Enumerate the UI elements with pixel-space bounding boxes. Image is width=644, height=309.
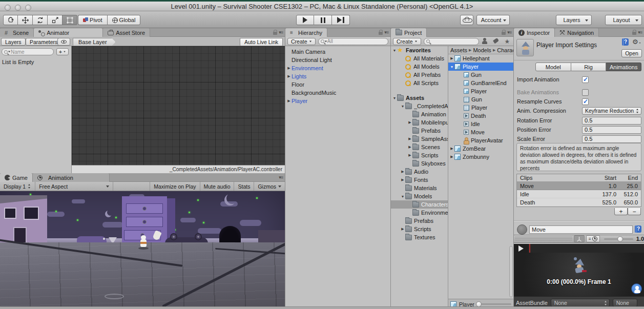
account-dropdown[interactable]: Account [476,15,510,25]
project-tree-item[interactable]: Scenes [391,143,448,151]
tab-rig[interactable]: Rig [571,63,607,71]
help-book-icon[interactable] [635,225,641,233]
project-tree-item[interactable]: Favorites [391,46,448,54]
project-tree-item[interactable]: Prefabs [391,217,448,225]
create-button[interactable]: Create [287,38,316,45]
clip-name-field[interactable]: Move [529,225,633,234]
project-scrollbar[interactable] [509,246,513,297]
layers-search-input[interactable] [11,49,51,55]
hierarchy-item[interactable]: Player [285,97,390,105]
clip-row[interactable]: Move 1.0 25.0 [517,182,641,190]
hierarchy-search-field[interactable] [318,38,388,45]
panel-menu-icon[interactable]: ▾≡ [279,175,283,180]
hierarchy-item[interactable]: Main Camera [285,48,390,56]
asset-item[interactable]: ZomBear [448,145,513,153]
asset-item[interactable]: Idle [448,120,513,128]
gear-icon[interactable]: ⚙ [632,38,641,46]
panel-menu-icon[interactable]: ▾≡ [638,30,642,35]
expand-arrow-icon[interactable] [392,49,397,52]
slider-knob[interactable] [617,236,623,242]
zoom-window-icon[interactable] [25,5,31,11]
preview-drag-handle[interactable] [515,237,572,241]
thumbnail-size-slider[interactable] [476,303,511,305]
expand-arrow-icon[interactable] [400,105,405,108]
asset-item[interactable]: Hellephant [448,54,513,63]
position-error-field[interactable]: 0.5 [582,126,641,134]
project-tree-item[interactable]: Skyboxes [391,159,448,168]
tab-navigation[interactable]: Navigation [555,28,599,37]
help-book-icon[interactable] [622,38,629,46]
import-animation-checkbox[interactable] [582,76,589,83]
minimize-window-icon[interactable] [15,5,21,11]
stats-button[interactable]: Stats [234,182,254,191]
expand-arrow-icon[interactable] [407,120,412,125]
create-button[interactable]: Create [393,38,421,45]
expand-arrow-icon[interactable] [407,145,412,149]
project-tree-item[interactable]: All Scripts [391,79,448,87]
expand-arrow-icon[interactable] [286,74,292,78]
project-tree-item[interactable]: Models [391,192,448,200]
game-viewport[interactable] [0,191,285,306]
search-favorites-icon[interactable]: ★ [503,38,511,45]
hierarchy-item[interactable]: Directional Light [285,56,390,64]
project-tree-item[interactable]: All Prefabs [391,71,448,79]
expand-arrow-icon[interactable] [449,56,454,60]
clip-row[interactable]: Idle 137.0 512.0 [517,190,641,198]
search-by-type-icon[interactable] [482,38,490,45]
project-tree-item[interactable]: Environment [391,209,448,217]
layers-dropdown[interactable]: Layers [556,15,592,25]
scale-error-field[interactable]: 0.5 [582,135,641,143]
expand-arrow-icon[interactable] [400,178,405,182]
project-tree-item[interactable]: MobileInput [391,118,448,127]
rotate-tool-button[interactable] [33,15,48,25]
pivot-toggle-button[interactable]: Pivot [78,15,107,25]
remove-clip-button[interactable]: − [628,208,641,215]
breadcrumb-models[interactable]: Models [473,47,491,53]
anim-compression-dropdown[interactable]: Keyframe Reduction [582,107,641,115]
expand-arrow-icon[interactable] [400,195,405,198]
tab-inspector[interactable]: iInspector [514,28,555,37]
animator-graph-grid[interactable] [72,46,285,165]
hierarchy-item[interactable]: Floor [285,80,390,89]
timeline-playhead[interactable] [529,244,530,253]
project-tree-item[interactable]: Textures [391,233,448,241]
tab-model[interactable]: Model [535,63,571,71]
project-tree-item[interactable]: SampleAssets [391,135,448,143]
avatar-pin-icon[interactable] [631,283,642,294]
hierarchy-search-input[interactable] [327,38,386,44]
expand-arrow-icon[interactable] [400,170,405,174]
pause-button[interactable] [314,15,332,25]
panel-menu-icon[interactable]: ▾≡ [507,30,511,35]
rotation-error-field[interactable]: 0.5 [582,117,641,125]
lock-icon[interactable] [379,32,383,35]
play-button[interactable] [296,15,314,25]
project-tree-item[interactable]: All Models [391,63,448,71]
preview-speed-slider[interactable] [604,238,633,240]
preview-speed-button[interactable]: ≡ [586,235,600,242]
breadcrumb-assets[interactable]: Assets [450,47,467,53]
aspect-dropdown[interactable]: Free Aspect [35,182,113,191]
assetbundle-dropdown[interactable]: None [551,299,610,307]
project-search-input[interactable] [430,38,476,44]
expand-arrow-icon[interactable] [449,147,454,151]
asset-item[interactable]: Player [448,87,513,95]
tab-game[interactable]: Game [0,173,33,182]
expand-arrow-icon[interactable] [400,227,405,231]
breadcrumb-characters[interactable]: Characters [497,47,513,53]
project-tree-item[interactable]: Materials [391,184,448,192]
project-tree-item[interactable]: _CompletedAssets [391,102,448,110]
move-tool-button[interactable] [18,15,33,25]
project-tree-item[interactable]: Audio [391,168,448,176]
layout-dropdown[interactable]: Layout [605,15,642,25]
asset-item[interactable]: Player [448,63,513,71]
gizmos-dropdown[interactable]: Gizmos [254,182,285,191]
panel-menu-icon[interactable]: ▾≡ [384,30,388,35]
hierarchy-item[interactable]: BackgroundMusic [285,89,390,97]
expand-arrow-icon[interactable] [449,155,454,159]
expand-arrow-icon[interactable] [286,99,292,103]
project-tree-item[interactable]: Scripts [391,225,448,233]
tab-animator[interactable]: Animator [34,28,103,37]
rect-tool-button[interactable] [63,15,77,25]
project-tree-item[interactable]: All Materials [391,54,448,63]
tab-asset-store[interactable]: Asset Store [103,28,150,37]
